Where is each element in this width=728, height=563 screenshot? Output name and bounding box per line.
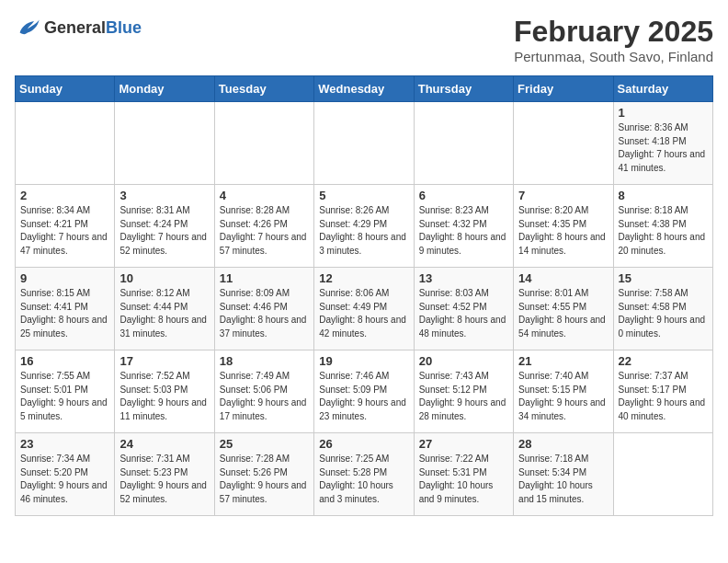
calendar-cell	[314, 102, 414, 185]
calendar-cell: 24Sunrise: 7:31 AM Sunset: 5:23 PM Dayli…	[115, 433, 214, 516]
day-number: 18	[220, 354, 309, 368]
calendar-cell: 3Sunrise: 8:31 AM Sunset: 4:24 PM Daylig…	[115, 185, 214, 268]
day-number: 6	[419, 189, 508, 202]
calendar-table: SundayMondayTuesdayWednesdayThursdayFrid…	[15, 75, 713, 516]
day-detail: Sunrise: 7:31 AM Sunset: 5:23 PM Dayligh…	[119, 453, 209, 506]
title-area: February 2025 Pertunmaa, South Savo, Fin…	[514, 15, 713, 64]
calendar-cell: 28Sunrise: 7:18 AM Sunset: 5:34 PM Dayli…	[514, 433, 613, 516]
day-number: 28	[518, 437, 608, 451]
calendar-cell: 14Sunrise: 8:01 AM Sunset: 4:55 PM Dayli…	[514, 268, 613, 350]
calendar-cell: 17Sunrise: 7:52 AM Sunset: 5:03 PM Dayli…	[115, 350, 214, 433]
day-number: 26	[319, 437, 408, 451]
calendar-cell: 5Sunrise: 8:26 AM Sunset: 4:29 PM Daylig…	[314, 185, 414, 268]
day-detail: Sunrise: 7:55 AM Sunset: 5:01 PM Dayligh…	[20, 370, 109, 423]
calendar-week-row: 1Sunrise: 8:36 AM Sunset: 4:18 PM Daylig…	[16, 102, 713, 185]
day-number: 10	[119, 271, 209, 285]
calendar-cell: 18Sunrise: 7:49 AM Sunset: 5:06 PM Dayli…	[214, 350, 313, 433]
logo: GeneralBlue	[15, 15, 142, 40]
location-title: Pertunmaa, South Savo, Finland	[514, 49, 713, 64]
calendar-week-row: 23Sunrise: 7:34 AM Sunset: 5:20 PM Dayli…	[16, 433, 713, 516]
day-number: 4	[220, 189, 309, 202]
calendar-week-row: 16Sunrise: 7:55 AM Sunset: 5:01 PM Dayli…	[16, 350, 713, 433]
calendar-cell: 19Sunrise: 7:46 AM Sunset: 5:09 PM Dayli…	[314, 350, 414, 433]
day-number: 2	[20, 189, 109, 202]
calendar-week-row: 9Sunrise: 8:15 AM Sunset: 4:41 PM Daylig…	[16, 268, 713, 350]
day-detail: Sunrise: 7:34 AM Sunset: 5:20 PM Dayligh…	[20, 453, 109, 506]
calendar-cell: 22Sunrise: 7:37 AM Sunset: 5:17 PM Dayli…	[613, 350, 712, 433]
day-detail: Sunrise: 7:37 AM Sunset: 5:17 PM Dayligh…	[619, 370, 708, 423]
day-number: 11	[220, 271, 309, 285]
day-detail: Sunrise: 8:26 AM Sunset: 4:29 PM Dayligh…	[319, 204, 408, 258]
weekday-header-saturday: Saturday	[613, 76, 712, 102]
day-number: 25	[220, 437, 309, 451]
weekday-header-row: SundayMondayTuesdayWednesdayThursdayFrid…	[16, 76, 713, 102]
day-detail: Sunrise: 7:52 AM Sunset: 5:03 PM Dayligh…	[119, 370, 209, 423]
day-number: 23	[20, 437, 109, 451]
day-number: 3	[119, 189, 209, 202]
day-number: 15	[619, 271, 708, 285]
calendar-cell: 1Sunrise: 8:36 AM Sunset: 4:18 PM Daylig…	[613, 102, 712, 185]
month-title: February 2025	[514, 15, 713, 49]
calendar-cell: 20Sunrise: 7:43 AM Sunset: 5:12 PM Dayli…	[414, 350, 513, 433]
calendar-cell: 15Sunrise: 7:58 AM Sunset: 4:58 PM Dayli…	[613, 268, 712, 350]
day-detail: Sunrise: 8:36 AM Sunset: 4:18 PM Dayligh…	[619, 121, 708, 175]
calendar-cell	[414, 102, 513, 185]
day-number: 7	[518, 189, 608, 202]
calendar-cell	[115, 102, 214, 185]
day-detail: Sunrise: 8:01 AM Sunset: 4:55 PM Dayligh…	[518, 287, 608, 340]
calendar-cell: 2Sunrise: 8:34 AM Sunset: 4:21 PM Daylig…	[16, 185, 115, 268]
day-number: 13	[419, 271, 508, 285]
day-number: 12	[319, 271, 408, 285]
calendar-cell: 10Sunrise: 8:12 AM Sunset: 4:44 PM Dayli…	[115, 268, 214, 350]
calendar-cell	[613, 433, 712, 516]
calendar-cell: 9Sunrise: 8:15 AM Sunset: 4:41 PM Daylig…	[16, 268, 115, 350]
day-detail: Sunrise: 8:03 AM Sunset: 4:52 PM Dayligh…	[419, 287, 508, 340]
day-detail: Sunrise: 7:40 AM Sunset: 5:15 PM Dayligh…	[518, 370, 608, 423]
logo-icon	[15, 15, 40, 40]
day-detail: Sunrise: 8:15 AM Sunset: 4:41 PM Dayligh…	[20, 287, 109, 340]
weekday-header-thursday: Thursday	[414, 76, 513, 102]
calendar-cell: 8Sunrise: 8:18 AM Sunset: 4:38 PM Daylig…	[613, 185, 712, 268]
calendar-cell: 23Sunrise: 7:34 AM Sunset: 5:20 PM Dayli…	[16, 433, 115, 516]
day-number: 27	[419, 437, 508, 451]
day-number: 21	[518, 354, 608, 368]
calendar-cell: 4Sunrise: 8:28 AM Sunset: 4:26 PM Daylig…	[214, 185, 313, 268]
calendar-cell: 11Sunrise: 8:09 AM Sunset: 4:46 PM Dayli…	[214, 268, 313, 350]
calendar-cell: 13Sunrise: 8:03 AM Sunset: 4:52 PM Dayli…	[414, 268, 513, 350]
day-number: 20	[419, 354, 508, 368]
day-number: 16	[20, 354, 109, 368]
calendar-cell: 6Sunrise: 8:23 AM Sunset: 4:32 PM Daylig…	[414, 185, 513, 268]
day-detail: Sunrise: 7:58 AM Sunset: 4:58 PM Dayligh…	[619, 287, 708, 340]
day-detail: Sunrise: 7:28 AM Sunset: 5:26 PM Dayligh…	[220, 453, 309, 506]
weekday-header-sunday: Sunday	[16, 76, 115, 102]
day-detail: Sunrise: 7:22 AM Sunset: 5:31 PM Dayligh…	[419, 453, 508, 506]
calendar-cell	[16, 102, 115, 185]
logo-text: GeneralBlue	[44, 18, 142, 38]
day-detail: Sunrise: 8:18 AM Sunset: 4:38 PM Dayligh…	[619, 204, 708, 258]
calendar-cell: 16Sunrise: 7:55 AM Sunset: 5:01 PM Dayli…	[16, 350, 115, 433]
weekday-header-monday: Monday	[115, 76, 214, 102]
day-number: 9	[20, 271, 109, 285]
day-detail: Sunrise: 7:25 AM Sunset: 5:28 PM Dayligh…	[319, 453, 408, 506]
day-number: 1	[619, 106, 708, 120]
day-detail: Sunrise: 8:28 AM Sunset: 4:26 PM Dayligh…	[220, 204, 309, 258]
day-detail: Sunrise: 8:34 AM Sunset: 4:21 PM Dayligh…	[20, 204, 109, 258]
day-detail: Sunrise: 7:43 AM Sunset: 5:12 PM Dayligh…	[419, 370, 508, 423]
day-number: 22	[619, 354, 708, 368]
calendar-week-row: 2Sunrise: 8:34 AM Sunset: 4:21 PM Daylig…	[16, 185, 713, 268]
day-detail: Sunrise: 8:06 AM Sunset: 4:49 PM Dayligh…	[319, 287, 408, 340]
weekday-header-friday: Friday	[514, 76, 613, 102]
day-detail: Sunrise: 8:31 AM Sunset: 4:24 PM Dayligh…	[119, 204, 209, 258]
weekday-header-tuesday: Tuesday	[214, 76, 313, 102]
page-header: GeneralBlue February 2025 Pertunmaa, Sou…	[15, 15, 713, 64]
calendar-cell: 7Sunrise: 8:20 AM Sunset: 4:35 PM Daylig…	[514, 185, 613, 268]
day-number: 8	[619, 189, 708, 202]
calendar-cell: 25Sunrise: 7:28 AM Sunset: 5:26 PM Dayli…	[214, 433, 313, 516]
calendar-cell: 21Sunrise: 7:40 AM Sunset: 5:15 PM Dayli…	[514, 350, 613, 433]
day-number: 19	[319, 354, 408, 368]
day-detail: Sunrise: 7:46 AM Sunset: 5:09 PM Dayligh…	[319, 370, 408, 423]
day-number: 14	[518, 271, 608, 285]
calendar-cell: 27Sunrise: 7:22 AM Sunset: 5:31 PM Dayli…	[414, 433, 513, 516]
calendar-cell	[214, 102, 313, 185]
calendar-cell	[514, 102, 613, 185]
